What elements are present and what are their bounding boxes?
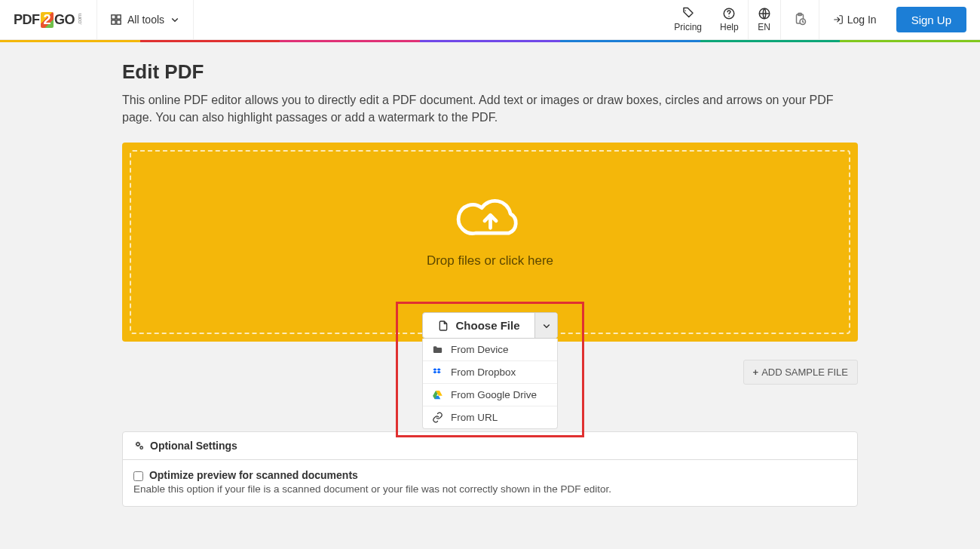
login-label: Log In <box>847 14 877 26</box>
tag-icon <box>681 7 695 20</box>
clipboard-history-icon <box>793 12 807 26</box>
alltools-label: All tools <box>127 14 164 26</box>
help-label: Help <box>720 22 739 32</box>
signup-button[interactable]: Sign Up <box>896 7 966 32</box>
source-gdrive-label: From Google Drive <box>451 389 537 400</box>
choose-file-caret[interactable] <box>534 313 557 338</box>
language-selector[interactable]: EN <box>749 0 780 39</box>
globe-icon <box>758 7 771 20</box>
plus-icon: + <box>753 367 759 378</box>
choose-file-button[interactable]: Choose File <box>423 313 534 338</box>
pricing-label: Pricing <box>674 22 702 32</box>
gears-icon <box>133 440 145 452</box>
logo-text-go: GO <box>54 12 75 28</box>
login-button[interactable]: Log In <box>819 0 890 39</box>
optional-settings-title: Optional Settings <box>150 440 237 452</box>
svg-point-10 <box>140 446 142 449</box>
history-link[interactable] <box>781 0 819 39</box>
svg-rect-3 <box>117 20 121 24</box>
chevron-down-icon <box>542 321 551 330</box>
source-device-label: From Device <box>451 344 509 355</box>
page-subtitle: This online PDF editor allows you to dir… <box>122 91 858 126</box>
add-sample-file-button[interactable]: + ADD SAMPLE FILE <box>743 360 858 385</box>
choose-file-dropdown: Choose File From Device From Dropbox <box>422 312 558 429</box>
optional-settings-panel: Optional Settings Optimize preview for s… <box>122 431 858 507</box>
source-dropbox[interactable]: From Dropbox <box>423 361 557 384</box>
source-device[interactable]: From Device <box>423 339 557 361</box>
help-icon <box>722 7 736 20</box>
add-sample-label: ADD SAMPLE FILE <box>761 367 848 378</box>
logo-text-2: 2 <box>41 12 54 28</box>
language-label: EN <box>758 22 770 32</box>
source-dropdown-menu: From Device From Dropbox From Google Dri… <box>422 339 558 429</box>
svg-rect-0 <box>112 15 115 19</box>
page-title: Edit PDF <box>122 60 858 84</box>
optimize-checkbox-label: Optimize preview for scanned documents <box>149 469 358 481</box>
grid-icon <box>111 14 121 25</box>
svg-rect-2 <box>112 20 115 24</box>
signup-label: Sign Up <box>911 14 951 26</box>
logo-text-pdf: PDF <box>14 12 40 28</box>
pricing-link[interactable]: Pricing <box>665 0 711 39</box>
alltools-dropdown[interactable]: All tools <box>97 0 194 39</box>
source-gdrive[interactable]: From Google Drive <box>423 384 557 406</box>
dropzone-inner: Drop files or click here <box>130 150 850 334</box>
choose-file-label: Choose File <box>455 319 519 332</box>
help-link[interactable]: Help <box>711 0 748 39</box>
optional-settings-header: Optional Settings <box>123 432 857 460</box>
main-header: PDF 2 GO .com All tools Pricing Help EN … <box>0 0 980 40</box>
optimize-checkbox[interactable] <box>133 471 143 481</box>
svg-rect-1 <box>117 15 121 19</box>
optimize-checkbox-row[interactable]: Optimize preview for scanned documents <box>133 469 358 481</box>
file-add-icon <box>437 320 449 332</box>
source-dropbox-label: From Dropbox <box>451 367 516 378</box>
drop-label: Drop files or click here <box>427 253 553 268</box>
source-url-label: From URL <box>451 412 498 423</box>
folder-icon <box>432 344 443 355</box>
link-icon <box>432 412 443 423</box>
logo-text-com: .com <box>76 14 83 25</box>
logo[interactable]: PDF 2 GO .com <box>0 0 97 39</box>
optimize-checkbox-description: Enable this option if your file is a sca… <box>133 483 847 497</box>
source-url[interactable]: From URL <box>423 406 557 428</box>
login-icon <box>833 14 844 25</box>
chevron-down-icon <box>170 15 179 24</box>
google-drive-icon <box>432 389 443 400</box>
dropbox-icon <box>432 367 443 378</box>
cloud-upload-icon <box>455 193 526 244</box>
